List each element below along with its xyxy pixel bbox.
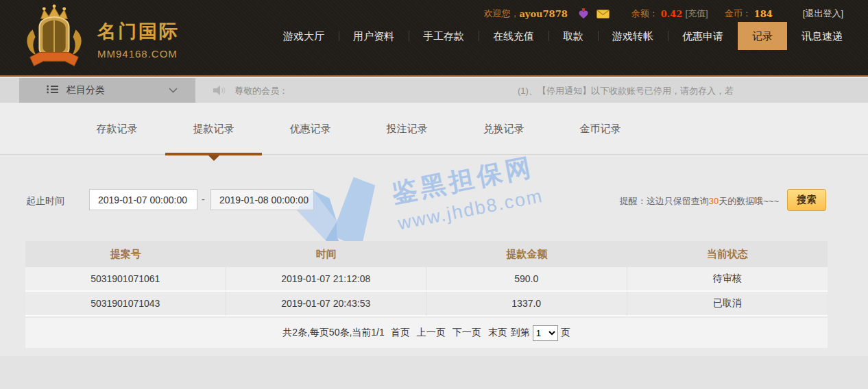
category-dropdown[interactable]: 栏目分类 — [19, 78, 195, 103]
greeting-text: 尊敬的会员： — [234, 85, 288, 97]
balance-label: 余额： — [631, 8, 658, 20]
table-header-row: 提案号时间提款金额当前状态 — [25, 241, 828, 267]
chevron-down-icon — [169, 88, 178, 93]
record-tabs-bar: 存款记录提款记录优惠记录投注记录兑换记录金币记录 — [0, 103, 868, 155]
logo-crest-icon — [21, 3, 88, 75]
site-domain: MM94168.COM — [97, 48, 180, 60]
table-row: 50319010710612019-01-07 21:12:08590.0待审核 — [25, 267, 828, 292]
next-page-link[interactable]: 下一页 — [453, 327, 481, 339]
table-cell: 已取消 — [627, 292, 828, 316]
site-header: 名门国际 MM94168.COM 欢迎您， ayou7878 余额： — [0, 0, 868, 77]
nav-item-5[interactable]: 取款 — [548, 22, 598, 50]
nav-item-1[interactable]: 游戏大厅 — [269, 22, 339, 50]
tab-label: 存款记录 — [97, 123, 138, 134]
gold-label: 金币： — [725, 8, 751, 20]
reminder-text: 提醒：这边只保留查询30天的数据哦~~~ — [620, 195, 779, 208]
content-area: 鉴黑担保网 www.jhdb8.com 起止时间 - 提醒：这边只保留查询30天… — [0, 155, 868, 389]
tab-label: 优惠记录 — [290, 123, 331, 134]
tab-3[interactable]: 优惠记录 — [262, 103, 359, 155]
table-row: 50319010710432019-01-07 20:43:531337.0已取… — [25, 292, 828, 316]
nav-item-3[interactable]: 手工存款 — [409, 22, 479, 50]
tab-1[interactable]: 存款记录 — [69, 103, 165, 155]
column-header: 提款金额 — [426, 241, 627, 267]
page-select[interactable]: 1 — [533, 325, 558, 341]
date-range-label: 起止时间 — [26, 195, 64, 208]
withdraw-records-table: 提案号时间提款金额当前状态 50319010710612019-01-07 21… — [25, 241, 828, 316]
last-page-link[interactable]: 末页 — [488, 327, 507, 339]
first-page-link[interactable]: 首页 — [391, 327, 410, 339]
tab-label: 投注记录 — [387, 123, 428, 134]
tab-label: 提款记录 — [193, 123, 234, 134]
gold-value: 184 — [754, 9, 773, 19]
search-button[interactable]: 搜索 — [787, 189, 826, 211]
tab-6[interactable]: 金币记录 — [552, 103, 649, 155]
page: 名门国际 MM94168.COM 欢迎您， ayou7878 余额： — [0, 0, 868, 389]
list-icon — [47, 84, 58, 97]
username: ayou7878 — [519, 9, 567, 19]
filter-row: 起止时间 - 提醒：这边只保留查询30天的数据哦~~~ 搜索 — [0, 155, 868, 197]
table-cell: 5031901071043 — [25, 292, 226, 316]
footer-strip — [0, 356, 868, 389]
record-tabs: 存款记录提款记录优惠记录投注记录兑换记录金币记录 — [69, 103, 649, 155]
prev-page-link[interactable]: 上一页 — [417, 327, 446, 339]
tab-4[interactable]: 投注记录 — [359, 103, 455, 155]
recharge-link[interactable]: [充值] — [685, 8, 708, 20]
mail-icon[interactable] — [596, 10, 610, 18]
nav-item-6[interactable]: 游戏转帐 — [598, 22, 668, 50]
table-cell: 2019-01-07 20:43:53 — [226, 292, 427, 316]
table-cell: 2019-01-07 21:12:08 — [226, 267, 427, 292]
tab-2[interactable]: 提款记录 — [165, 103, 262, 155]
goto-suffix: 页 — [561, 327, 570, 339]
main-nav: 游戏大厅用户资料手工存款在线充值取款游戏转帐优惠申请记录讯息速递 — [269, 22, 857, 50]
pagination: 共2条,每页50条,当前1/1 首页 上一页 下一页 末页 到第 1 页 — [25, 318, 828, 348]
reminder-days: 30 — [709, 196, 719, 206]
logout-link[interactable]: [退出登入] — [803, 8, 843, 20]
column-header: 时间 — [226, 241, 427, 267]
date-separator: - — [202, 194, 205, 205]
date-from-input[interactable] — [89, 189, 197, 210]
nav-item-4[interactable]: 在线充值 — [479, 22, 548, 50]
category-label: 栏目分类 — [67, 84, 105, 97]
column-header: 提案号 — [25, 241, 226, 267]
tab-label: 兑换记录 — [483, 123, 525, 134]
logo[interactable]: 名门国际 MM94168.COM — [21, 3, 180, 75]
table-cell: 590.0 — [426, 267, 627, 292]
welcome-label: 欢迎您， — [483, 8, 519, 20]
reminder-prefix: 提醒：这边只保留查询 — [620, 196, 709, 206]
tab-label: 金币记录 — [580, 123, 621, 134]
logo-text: 名门国际 MM94168.COM — [97, 19, 180, 60]
goto-prefix: 到第 — [511, 327, 530, 339]
nav-item-8[interactable]: 记录 — [738, 22, 787, 50]
reminder-suffix: 天的数据哦~~~ — [719, 196, 779, 206]
user-info-bar: 欢迎您， ayou7878 余额： 0.42 [充值] 金币： 184 [退出登… — [483, 8, 843, 20]
nav-item-2[interactable]: 用户资料 — [339, 22, 409, 50]
tab-5[interactable]: 兑换记录 — [455, 103, 552, 155]
nav-item-9[interactable]: 讯息速递 — [787, 22, 857, 50]
balance-value: 0.42 — [661, 9, 683, 19]
notice-marquee[interactable]: (1)、【停用通知】以下收款账号已停用，请勿存入，若 — [518, 85, 734, 97]
notice-bar: 栏目分类 尊敬的会员： (1)、【停用通知】以下收款账号已停用，请勿存入，若 — [0, 78, 868, 103]
site-title: 名门国际 — [97, 19, 180, 44]
table-cell: 5031901071061 — [25, 267, 226, 292]
pagination-summary: 共2条,每页50条,当前1/1 — [282, 327, 385, 339]
nav-item-7[interactable]: 优惠申请 — [668, 22, 738, 50]
perfume-icon[interactable] — [579, 8, 588, 19]
table-cell: 待审核 — [627, 267, 828, 292]
speaker-icon — [213, 85, 228, 99]
column-header: 当前状态 — [627, 241, 828, 267]
table-cell: 1337.0 — [426, 292, 627, 316]
date-to-input[interactable] — [210, 189, 314, 210]
